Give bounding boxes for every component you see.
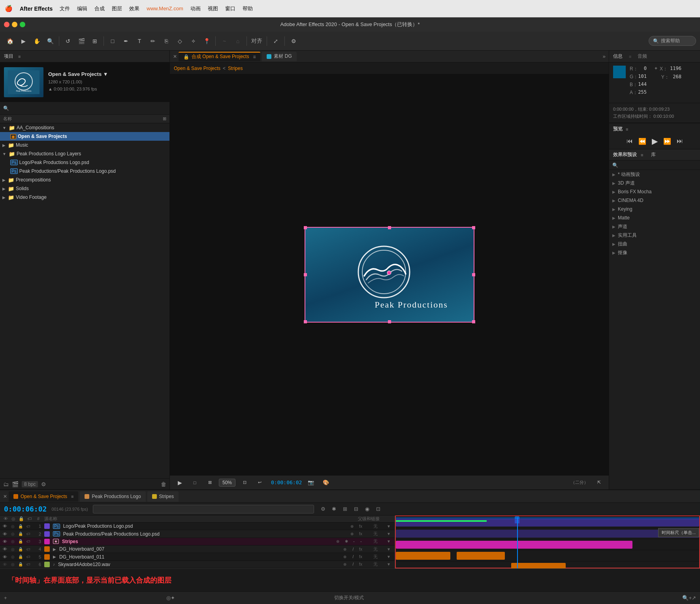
fx-2[interactable]: fx — [358, 532, 364, 536]
list-item[interactable]: ▶ 抠像 — [609, 248, 700, 257]
parent-2[interactable]: 无 — [365, 531, 385, 537]
color-picker-btn[interactable]: 🎨 — [320, 477, 332, 488]
solo-switch-6[interactable]: ⊕ — [341, 562, 349, 566]
menu-comp[interactable]: 合成 — [94, 5, 105, 12]
tab-audio[interactable]: 音频 — [638, 53, 647, 60]
align-tool[interactable]: ⌂ — [232, 36, 244, 47]
fx-3[interactable]: ✱ — [343, 539, 350, 544]
lock-1[interactable]: 🔒 — [17, 524, 24, 528]
list-item[interactable]: ◉ Open & Save Projects — [0, 132, 169, 141]
transparency-btn[interactable]: ⊠ — [204, 477, 216, 488]
menu-view[interactable]: 视图 — [208, 5, 218, 12]
handle-bl[interactable] — [304, 320, 307, 323]
expand-3[interactable]: ▼ — [387, 539, 393, 544]
solo-switch-4[interactable]: ⊕ — [341, 547, 349, 551]
transform-tool[interactable]: ⊞ — [89, 36, 101, 47]
list-item[interactable]: ▶ 📁 Video Footage — [0, 193, 169, 202]
handle-tm[interactable] — [388, 226, 391, 229]
eye-toggle-5[interactable]: 👁 — [2, 555, 8, 559]
lock-5[interactable]: 🔒 — [17, 555, 24, 559]
expand-5[interactable]: ▼ — [387, 555, 393, 559]
solo-switch-1[interactable]: ⊕ — [348, 524, 356, 528]
rotate-tool[interactable]: ↺ — [62, 36, 74, 47]
list-item[interactable]: ▼ 📁 Peak Productions Logo Layers — [0, 149, 169, 158]
solo-1[interactable]: ◎ — [9, 524, 16, 528]
comp-viewport[interactable]: Peak Productions — [170, 74, 609, 475]
list-item[interactable]: ▶ 声道 — [609, 222, 700, 231]
solo-2[interactable]: ◎ — [9, 532, 16, 536]
parent-6[interactable]: 无 — [365, 561, 385, 567]
hand-tool[interactable]: ✋ — [31, 36, 43, 47]
delete-item-btn[interactable]: 🗑 — [161, 481, 166, 487]
expand-1[interactable]: ▼ — [387, 524, 393, 528]
effects-search-input[interactable] — [620, 162, 697, 168]
solo-4[interactable]: ◎ — [9, 547, 16, 551]
handle-bm[interactable] — [388, 320, 391, 323]
fx-6[interactable]: fx — [358, 562, 364, 566]
timeline-options-btn5[interactable]: ◉ — [363, 505, 372, 513]
tag-1[interactable]: 🏷 — [25, 524, 32, 528]
pen-tool[interactable]: ✒ — [120, 36, 132, 47]
list-item[interactable]: ▼ 📁 AA_Compositions — [0, 123, 169, 132]
timeline-zoom-in-btn[interactable]: 🔍+ — [682, 595, 692, 601]
tab-info[interactable]: 信息 — [613, 53, 623, 60]
handle-br[interactable] — [472, 320, 475, 323]
layer-row[interactable]: 👁 ◎ 🔒 🏷 5 ▶ DG_Hoverboard_011 ⊕ / fx 无 ▼ — [0, 553, 395, 561]
handle-tr[interactable] — [472, 226, 475, 229]
pin-tool[interactable]: 📍 — [201, 36, 213, 47]
handle-tl[interactable] — [304, 226, 307, 229]
eye-toggle-2[interactable]: 👁 — [2, 532, 8, 536]
breadcrumb-comp[interactable]: Open & Save Projects — [174, 66, 220, 71]
preview-menu-icon[interactable]: ≡ — [626, 127, 628, 132]
camera-tool[interactable]: 🎬 — [75, 36, 87, 47]
list-item[interactable]: ▶ 📁 Music — [0, 141, 169, 149]
project-options-btn[interactable]: ⊞ — [163, 116, 166, 121]
new-folder-btn[interactable]: 🗂 — [3, 481, 9, 487]
home-button[interactable]: 🏠 — [4, 36, 16, 47]
comp-panel-close[interactable]: ✕ — [173, 54, 177, 59]
region-of-interest-btn[interactable]: ↩ — [254, 477, 265, 488]
eye-toggle-4[interactable]: 👁 — [2, 547, 8, 551]
eye-toggle-3[interactable]: 👁 — [2, 539, 8, 544]
solo-switch-3[interactable]: ⊕ — [334, 539, 342, 544]
shape-rect-tool[interactable]: □ — [107, 36, 119, 47]
goto-start-btn[interactable]: ⏮ — [625, 137, 634, 145]
zoom-selector[interactable]: 50% — [219, 479, 235, 487]
new-shape-btn[interactable]: ✦ — [171, 595, 175, 601]
preview-btn[interactable]: ▶ — [174, 477, 186, 488]
fx-4[interactable]: fx — [358, 547, 364, 551]
parent-5[interactable]: 无 — [365, 554, 385, 560]
lock-6[interactable]: 🔒 — [17, 562, 24, 566]
project-menu-icon[interactable]: ≡ — [18, 54, 21, 59]
timeline-current-time[interactable]: 0:00:06:02 — [4, 505, 47, 513]
tag-2[interactable]: 🏷 — [25, 532, 32, 536]
effects-menu-icon[interactable]: ≡ — [641, 153, 643, 157]
layer-row[interactable]: 👁 ◎ 🔒 🏷 6 ♪ Skyward4Adobe120.wav ⊕ / fx … — [0, 561, 395, 568]
fit-to-comp-btn[interactable]: ⊡ — [239, 477, 250, 488]
layer-row[interactable]: 👁 ◎ 🔒 🏷 3 ★ Stripes ⊕ ✱ - - 无 ▼ — [0, 538, 395, 545]
menu-animation[interactable]: 动画 — [190, 5, 201, 12]
app-name[interactable]: After Effects — [20, 6, 53, 12]
solo-6[interactable]: ◎ — [9, 562, 16, 566]
select-tool[interactable]: ▶ — [17, 36, 29, 47]
minimize-button[interactable] — [12, 22, 17, 27]
menu-edit[interactable]: 编辑 — [77, 5, 87, 12]
motion-sketch[interactable]: ~ — [218, 36, 230, 47]
eye-toggle-6[interactable]: 👁 — [2, 562, 8, 567]
list-item[interactable]: ▶ 📁 Solids — [0, 184, 169, 193]
handle-mr[interactable] — [472, 273, 475, 276]
tab-open-save-projects[interactable]: Open & Save Projects ≡ — [9, 491, 78, 502]
brush-tool[interactable]: ✏ — [147, 36, 159, 47]
fx-1[interactable]: fx — [358, 524, 364, 528]
puppet-tool[interactable]: ⟡ — [187, 36, 199, 47]
timeline-options-btn6[interactable]: ⊡ — [374, 505, 383, 513]
parent-4[interactable]: 无 — [365, 546, 385, 552]
list-item[interactable]: ▶ * 动画预设 — [609, 170, 700, 179]
list-item[interactable]: ▶ Matte — [609, 213, 700, 222]
menu-window[interactable]: 窗口 — [225, 5, 235, 12]
solo-switch-5[interactable]: ⊕ — [341, 555, 349, 559]
step-back-btn[interactable]: ⏪ — [637, 137, 648, 146]
new-null-btn[interactable]: ◎ — [166, 595, 171, 601]
expand-panels-btn[interactable]: » — [603, 53, 606, 59]
menu-layer[interactable]: 图层 — [112, 5, 122, 12]
